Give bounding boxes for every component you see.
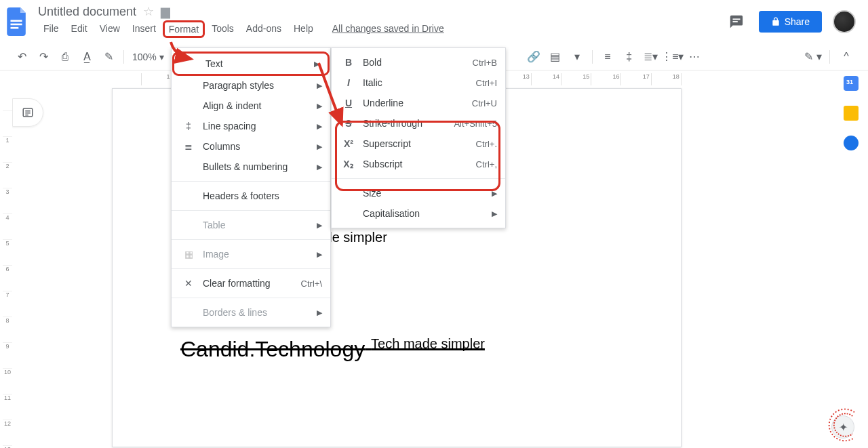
menu-edit[interactable]: Edit: [66, 20, 93, 38]
menu-item-icon: X²: [341, 138, 356, 149]
format-menu-item-borders-lines: Borders & lines▶: [172, 302, 330, 323]
zoom-select[interactable]: 100% ▾: [130, 52, 167, 62]
menu-item-icon: S: [341, 118, 356, 129]
text-menu-item-italic[interactable]: IItalicCtrl+I: [332, 73, 505, 93]
chevron-right-icon: ▶: [492, 209, 497, 218]
format-menu-item-headers-footers[interactable]: Headers & footers: [172, 186, 330, 206]
doc-line-3: Candid.Technology Tech made simpler: [180, 336, 485, 362]
text-menu-item-bold[interactable]: BBoldCtrl+B: [332, 52, 505, 73]
text-menu-item-strike-through[interactable]: SStrike-throughAlt+Shift+5: [332, 113, 505, 134]
chevron-right-icon: ▶: [317, 81, 322, 90]
svg-rect-2: [11, 27, 19, 29]
bulleted-list-icon[interactable]: ⋮≡▾: [663, 47, 682, 66]
chevron-right-icon: ▶: [317, 308, 322, 317]
menu-view[interactable]: View: [94, 20, 125, 38]
chevron-right-icon: ▶: [317, 221, 322, 230]
print-icon[interactable]: ⎙: [56, 47, 75, 66]
spellcheck-icon[interactable]: A̲: [77, 47, 96, 66]
format-menu-item-image: ▦Image▶: [172, 244, 330, 264]
vertical-ruler: 12345678910111213: [3, 85, 12, 448]
menu-item-icon: ‡: [181, 121, 196, 131]
format-menu-item-text[interactable]: Text▶: [174, 54, 328, 74]
chevron-right-icon: ▶: [317, 163, 322, 171]
menu-item-icon: ▦: [181, 249, 196, 260]
side-panel: 31: [834, 73, 868, 150]
align-icon[interactable]: ≡: [598, 47, 617, 66]
chevron-right-icon: ▶: [317, 122, 322, 131]
format-menu-item-paragraph-styles[interactable]: Paragraph styles▶: [172, 75, 330, 96]
svg-rect-0: [11, 20, 22, 22]
menu-item-icon: ≣: [181, 141, 196, 152]
chevron-right-icon: ▶: [317, 250, 322, 259]
tasks-icon[interactable]: [844, 136, 859, 150]
menu-file[interactable]: File: [38, 20, 64, 38]
chevron-right-icon: ▶: [317, 142, 322, 151]
format-menu-item-line-spacing[interactable]: ‡Line spacing▶: [172, 116, 330, 136]
format-menu-item-align-indent[interactable]: Align & indent▶: [172, 96, 330, 116]
menu-item-icon: B: [341, 57, 356, 68]
format-menu-item-table: Table▶: [172, 215, 330, 235]
text-menu-item-superscript[interactable]: X²SuperscriptCtrl+.: [332, 134, 505, 154]
menu-item-icon: X₂: [341, 159, 356, 169]
watermark-logo: [826, 406, 864, 444]
folder-icon[interactable]: ▆: [161, 4, 170, 19]
share-label: Share: [785, 16, 810, 27]
text-menu-item-underline[interactable]: UUnderlineCtrl+U: [332, 93, 505, 113]
more-icon[interactable]: ⋯: [685, 47, 704, 66]
collapse-icon[interactable]: ^: [837, 47, 856, 66]
menu-help[interactable]: Help: [288, 20, 319, 38]
account-avatar[interactable]: [833, 10, 856, 33]
format-menu-item-columns[interactable]: ≣Columns▶: [172, 136, 330, 157]
menubar: File Edit View Insert Format Tools Add-o…: [38, 20, 725, 38]
linespacing-icon[interactable]: ‡: [620, 47, 639, 66]
menu-item-icon: U: [341, 98, 356, 108]
save-status[interactable]: All changes saved in Drive: [327, 20, 450, 38]
text-submenu-dropdown: BBoldCtrl+BIItalicCtrl+IUUnderlineCtrl+U…: [331, 47, 506, 228]
svg-rect-4: [732, 21, 737, 22]
paintformat-icon[interactable]: ✎: [99, 47, 118, 66]
svg-rect-1: [11, 24, 22, 26]
menu-format[interactable]: Format: [163, 20, 205, 38]
format-menu-dropdown: Text▶Paragraph styles▶Align & indent▶‡Li…: [171, 47, 331, 327]
editing-mode-icon[interactable]: ✎ ▾: [804, 47, 823, 66]
insert-comment-icon[interactable]: ▤: [546, 47, 565, 66]
menu-addons[interactable]: Add-ons: [241, 20, 287, 38]
star-icon[interactable]: ☆: [143, 4, 154, 19]
undo-icon[interactable]: ↶: [12, 47, 31, 66]
keep-icon[interactable]: [844, 106, 859, 121]
outline-toggle[interactable]: [12, 98, 43, 127]
chevron-right-icon: ▶: [492, 189, 497, 198]
docs-logo[interactable]: [4, 4, 31, 39]
chevron-right-icon: ▶: [317, 102, 322, 110]
text-menu-item-capitalisation[interactable]: Capitalisation▶: [332, 203, 505, 224]
menu-tools[interactable]: Tools: [206, 20, 239, 38]
comments-icon[interactable]: [725, 10, 748, 33]
text-menu-item-subscript[interactable]: X₂SubscriptCtrl+,: [332, 154, 505, 174]
svg-rect-3: [732, 18, 740, 20]
chevron-right-icon: ▶: [314, 60, 319, 68]
numbered-list-icon[interactable]: ≣▾: [642, 47, 660, 66]
calendar-icon[interactable]: 31: [844, 76, 859, 91]
doc-title[interactable]: Untitled document: [38, 5, 136, 19]
menu-item-icon: I: [341, 77, 356, 88]
menu-insert[interactable]: Insert: [127, 20, 161, 38]
format-menu-item-bullets-numbering[interactable]: Bullets & numbering▶: [172, 157, 330, 177]
insert-link-icon[interactable]: 🔗: [524, 47, 543, 66]
redo-icon[interactable]: ↷: [34, 47, 53, 66]
insert-image-icon[interactable]: ▾: [568, 47, 587, 66]
text-menu-item-size[interactable]: Size▶: [332, 183, 505, 203]
share-button[interactable]: Share: [759, 11, 822, 33]
menu-item-icon: ✕: [181, 278, 196, 289]
format-menu-item-clear-formatting[interactable]: ✕Clear formattingCtrl+\: [172, 273, 330, 293]
